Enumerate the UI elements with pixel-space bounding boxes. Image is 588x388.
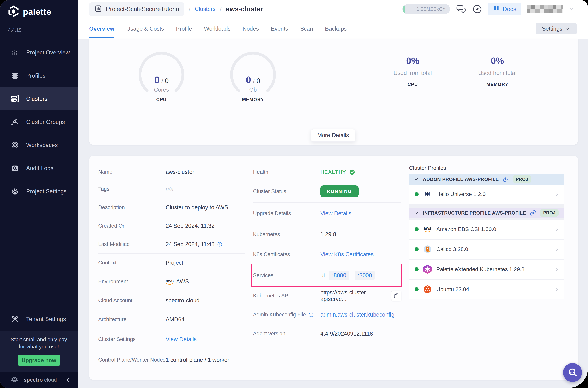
service-port-link-3000[interactable]: :3000 — [355, 271, 375, 280]
cluster-tabs: Overview Usage & Costs Profile Workloads… — [78, 18, 588, 39]
kubeconfig-download-link[interactable]: admin.aws-cluster.kubeconfig — [320, 312, 394, 318]
tab-backups[interactable]: Backups — [325, 18, 347, 39]
profile-item-name: Palette eXtended Kubernetes 1.29.8 — [436, 266, 524, 272]
detail-row-last-modified: Last Modified 24 Sep 2024, 11:43 — [98, 235, 245, 254]
row-label: Upgrade Details — [253, 210, 320, 217]
sidebar-item-label: Workspaces — [26, 142, 58, 148]
sidebar-item-label: Profiles — [26, 73, 45, 79]
info-icon[interactable] — [217, 242, 223, 247]
utilization-card: 0 / 0 Cores CPU 0 / 0 Gb MEMORY — [89, 39, 578, 145]
cpu-total-value: 0 — [165, 77, 169, 85]
breadcrumb-clusters-link[interactable]: Clusters — [195, 6, 216, 12]
audit-magnifier-icon — [10, 164, 20, 173]
settings-dropdown-button[interactable]: Settings — [536, 23, 577, 34]
help-search-fab[interactable] — [563, 363, 582, 382]
infrastructure-profile-header[interactable]: INFRASTRUCTURE PROFILE AWS-PROFILE PROJ — [409, 208, 564, 218]
collapse-sidebar-icon[interactable] — [65, 377, 70, 383]
profile-item-calico[interactable]: Calico 3.28.0 — [409, 240, 564, 259]
tab-scan[interactable]: Scan — [300, 18, 313, 39]
main-content: 0 / 0 Cores CPU 0 / 0 Gb MEMORY — [78, 39, 588, 388]
tab-profile[interactable]: Profile — [176, 18, 192, 39]
details-middle-column: Health HEALTHY Cluster Status RUNNING Up… — [253, 164, 401, 343]
row-label: Services — [253, 272, 320, 278]
row-value: 1 control-plane / 1 worker — [166, 357, 229, 363]
tab-nodes[interactable]: Nodes — [243, 18, 259, 39]
copy-button[interactable] — [391, 291, 401, 301]
check-circle-icon — [349, 169, 355, 175]
status-dot — [414, 227, 419, 231]
upgrade-view-details-link[interactable]: View Details — [320, 210, 351, 217]
proj-badge: PROJ — [513, 175, 531, 183]
sidebar-item-label: Cluster Groups — [26, 119, 65, 125]
sidebar-item-project-settings[interactable]: Project Settings — [0, 180, 78, 203]
settings-label: Settings — [542, 25, 562, 32]
sidebar: palette 4.4.19 Project Overview — [0, 0, 78, 388]
brand-name: palette — [23, 7, 51, 17]
network-icon — [10, 117, 20, 127]
divider — [333, 42, 333, 124]
infrastructure-profile-label: INFRASTRUCTURE PROFILE AWS-PROFILE — [423, 210, 526, 216]
sidebar-item-workspaces[interactable]: Workspaces — [0, 134, 78, 157]
status-dot — [414, 247, 419, 251]
app-window: palette 4.4.19 Project Overview — [0, 0, 588, 388]
sidebar-item-tenant-settings[interactable]: Tenant Settings — [0, 308, 78, 331]
chevron-down-icon — [565, 26, 570, 31]
detail-row-environment: Environment aws AWS — [98, 272, 245, 291]
project-chart-icon — [94, 5, 102, 13]
cpu-percent-value: 0% — [384, 56, 442, 66]
info-icon[interactable] — [308, 312, 314, 317]
brand: palette — [8, 5, 51, 18]
layers-icon — [10, 71, 20, 80]
calico-icon — [423, 245, 432, 253]
profile-item-name: Hello Universe 1.2.0 — [436, 191, 486, 197]
profile-item-name: Ubuntu 22.04 — [436, 286, 469, 292]
compass-icon[interactable] — [472, 4, 482, 14]
sidebar-item-project-overview[interactable]: Project Overview — [0, 41, 78, 64]
sidebar-item-audit-logs[interactable]: Audit Logs — [0, 157, 78, 180]
addon-profile-header[interactable]: ADDON PROFILE AWS-PROFILE PROJ — [409, 174, 564, 185]
cpu-percent-label: CPU — [384, 82, 442, 87]
profile-item-hello-universe[interactable]: Hello Universe 1.2.0 — [409, 185, 564, 204]
view-k8s-certificates-link[interactable]: View K8s Certificates — [320, 251, 374, 258]
tab-overview[interactable]: Overview — [89, 18, 114, 39]
service-port-link-8080[interactable]: :8080 — [329, 271, 349, 280]
status-dot — [414, 267, 419, 271]
profile-item-ubuntu[interactable]: Ubuntu 22.04 — [409, 280, 564, 299]
row-value: 4.4.9/20240912.1118 — [320, 330, 373, 337]
row-label: Name — [98, 169, 166, 175]
bar-chart-icon — [10, 48, 20, 57]
tab-events[interactable]: Events — [271, 18, 288, 39]
breadcrumb-separator: / — [220, 6, 221, 13]
chevron-right-icon — [554, 246, 560, 252]
tab-usage-costs[interactable]: Usage & Costs — [126, 18, 164, 39]
row-label: Description — [98, 204, 166, 210]
view-details-link[interactable]: View Details — [166, 336, 197, 343]
footer-brand-bold: spectro — [24, 377, 43, 383]
pxk-hexagon-icon — [423, 265, 432, 273]
row-label: Kubernetes API — [253, 293, 320, 299]
profile-item-palette-extended-kubernetes[interactable]: Palette eXtended Kubernetes 1.29.8 — [409, 260, 564, 279]
sidebar-item-label: Tenant Settings — [26, 316, 66, 322]
sidebar-item-profiles[interactable]: Profiles — [0, 64, 78, 87]
upgrade-now-button[interactable]: Upgrade now — [18, 355, 60, 366]
docs-button[interactable]: Docs — [488, 3, 521, 16]
sidebar-item-cluster-groups[interactable]: Cluster Groups — [0, 110, 78, 134]
detail-row-kubernetes-api: Kubernetes API https://aws-cluster-apise… — [253, 286, 401, 305]
profile-item-amazon-ebs-csi[interactable]: aws Amazon EBS CSI 1.30.0 — [409, 219, 564, 239]
tab-workloads[interactable]: Workloads — [204, 18, 231, 39]
user-name-redacted[interactable] — [527, 5, 563, 13]
more-details-button[interactable]: More Details — [311, 129, 355, 142]
ubuntu-icon — [423, 285, 432, 293]
chat-button[interactable] — [456, 4, 467, 14]
memory-percent-stat: 0% Used from total MEMORY — [468, 56, 526, 87]
sidebar-item-clusters[interactable]: Clusters — [0, 87, 78, 110]
tools-icon — [10, 315, 20, 324]
chevron-right-icon — [554, 192, 560, 197]
usage-quota-pill[interactable]: 1.29/100kCh — [403, 4, 450, 14]
footer-brand: spectro cloud — [24, 377, 57, 383]
upgrade-promo: Start small and only pay for what you us… — [0, 331, 78, 372]
project-selector[interactable]: Project-ScaleSecureTutoria — [89, 2, 184, 16]
user-menu-chevron-icon[interactable] — [569, 7, 574, 11]
palette-logo-icon — [8, 5, 19, 18]
addon-profile-label: ADDON PROFILE AWS-PROFILE — [423, 176, 499, 182]
